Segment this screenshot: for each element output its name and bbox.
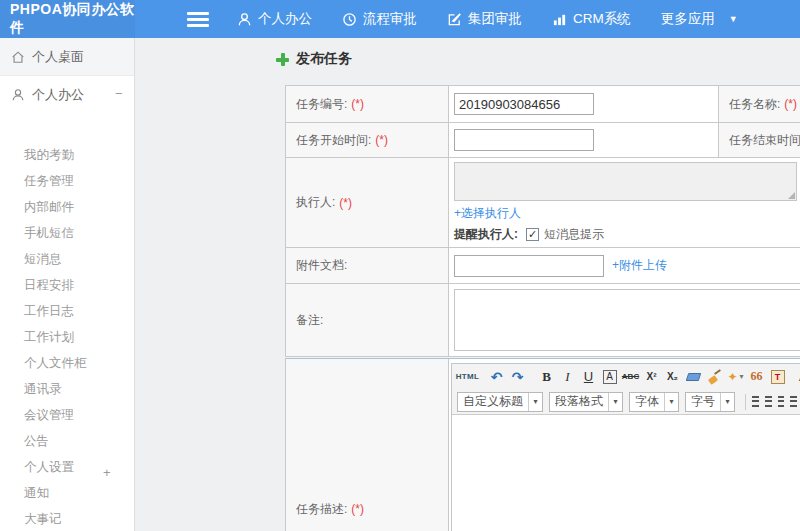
sidebar-item-personal-office[interactable]: 个人办公 − <box>0 76 134 114</box>
magic-wand-icon[interactable]: ✦▾ <box>726 367 745 387</box>
nav-personal-office[interactable]: 个人办公 <box>237 10 312 28</box>
sidebar-item-work-plan[interactable]: 工作计划 <box>0 324 134 350</box>
collapse-minus-icon[interactable]: − <box>115 86 123 101</box>
sidebar-item-mobile-sms[interactable]: 手机短信 <box>0 220 134 246</box>
executor-label: 执行人:(*) <box>286 158 449 248</box>
align-left-icon[interactable] <box>752 396 759 407</box>
description-label-cell: 任务描述:(*) <box>286 359 449 531</box>
italic-button[interactable]: I <box>558 367 577 387</box>
caret-down-icon: ▾ <box>608 393 622 411</box>
resize-handle[interactable] <box>788 192 795 199</box>
required-mark: (*) <box>351 97 364 111</box>
editor-content-area[interactable] <box>452 414 800 531</box>
sidebar-item-notice[interactable]: 通知 <box>0 480 134 506</box>
attachment-upload-link[interactable]: +附件上传 <box>612 257 667 274</box>
nav-label: CRM系统 <box>573 10 631 28</box>
caret-down-icon: ▼ <box>729 14 738 24</box>
undo-icon[interactable]: ↶ <box>487 367 506 387</box>
nav-crm-system[interactable]: CRM系统 <box>552 10 631 28</box>
sidebar-item-task-management[interactable]: 任务管理 <box>0 168 134 194</box>
custom-title-dropdown[interactable]: 自定义标题▾ <box>457 392 543 412</box>
rich-text-editor: HTML ↶ ↷ B I U A ABC X² X₂ ✦▾ 66 T <box>451 363 800 531</box>
remark-label: 备注: <box>286 284 449 357</box>
sidebar-item-schedule[interactable]: 日程安排 <box>0 272 134 298</box>
font-family-dropdown[interactable]: 字体▾ <box>629 392 679 412</box>
remark-textarea[interactable] <box>454 289 800 351</box>
redo-icon[interactable]: ↷ <box>508 367 527 387</box>
description-label: 任务描述:(*) <box>296 501 364 518</box>
sidebar-item-meeting-management[interactable]: 会议管理 <box>0 402 134 428</box>
sidebar: 个人桌面 个人办公 − 我的考勤 任务管理 内部邮件 手机短信 短消息 日程安排… <box>0 38 135 531</box>
top-navigation: 个人办公 流程审批 集团审批 CRM系统 更多应用 ▼ <box>237 10 768 28</box>
sidebar-item-internal-mail[interactable]: 内部邮件 <box>0 194 134 220</box>
align-right-icon[interactable] <box>778 396 785 407</box>
task-no-label: 任务编号:(*) <box>286 86 449 123</box>
eraser-icon[interactable] <box>686 373 702 381</box>
task-no-input[interactable] <box>454 93 594 115</box>
underline-button[interactable]: U <box>579 367 598 387</box>
remind-row: 提醒执行人: ✓ 短消息提示 <box>454 226 604 243</box>
nav-label: 集团审批 <box>468 10 522 28</box>
caret-down-icon: ▾ <box>740 372 744 381</box>
required-mark: (*) <box>351 502 364 516</box>
sidebar-item-work-log[interactable]: 工作日志 <box>0 298 134 324</box>
required-mark: (*) <box>339 196 352 210</box>
user-icon <box>237 12 252 27</box>
page-title: 发布任务 <box>296 50 352 68</box>
start-time-input[interactable] <box>454 129 594 151</box>
sidebar-item-personal-settings[interactable]: 个人设置+ <box>0 454 134 480</box>
nav-more-apps[interactable]: 更多应用 ▼ <box>661 10 738 28</box>
nav-workflow-approval[interactable]: 流程审批 <box>342 10 417 28</box>
format-brush-icon[interactable] <box>708 370 722 384</box>
executor-textarea[interactable] <box>454 162 797 201</box>
hamburger-menu-icon[interactable] <box>187 12 209 27</box>
sidebar-item-big-events[interactable]: 大事记 <box>0 506 134 531</box>
align-center-icon[interactable] <box>765 396 772 407</box>
bar-chart-icon <box>552 12 567 27</box>
strikethrough-button[interactable]: ABC <box>621 367 640 387</box>
sidebar-item-personal-desktop[interactable]: 个人桌面 <box>0 38 134 76</box>
paragraph-format-dropdown[interactable]: 段落格式▾ <box>549 392 623 412</box>
task-name-label: 任务名称:(*) <box>719 86 800 123</box>
choose-executor-link[interactable]: +选择执行人 <box>454 205 521 222</box>
add-task-icon <box>276 53 289 66</box>
caret-down-icon: ▾ <box>528 393 542 411</box>
sidebar-item-file-cabinet[interactable]: 个人文件柜 <box>0 350 134 376</box>
blockquote-button[interactable]: 66 <box>747 367 766 387</box>
align-justify-icon[interactable] <box>790 396 797 407</box>
sidebar-submenu: 我的考勤 任务管理 内部邮件 手机短信 短消息 日程安排 工作日志 工作计划 个… <box>0 142 134 531</box>
sidebar-item-announcement[interactable]: 公告 <box>0 428 134 454</box>
html-source-button[interactable]: HTML <box>458 367 477 387</box>
bold-button[interactable]: B <box>537 367 556 387</box>
page-title-row: 发布任务 <box>276 50 352 68</box>
paste-text-icon[interactable]: T <box>771 370 785 384</box>
font-size-dropdown[interactable]: 字号▾ <box>685 392 735 412</box>
start-time-cell <box>449 123 719 158</box>
editor-toolbar-row2: 自定义标题▾ 段落格式▾ 字体▾ 字号▾ <box>452 389 800 414</box>
task-form-table: 任务编号:(*) 任务名称:(*) 任务开始时间:(*) 任务结束时间:(*) … <box>285 85 800 357</box>
sidebar-item-contacts[interactable]: 通讯录 <box>0 376 134 402</box>
user-icon <box>11 88 25 102</box>
end-time-label: 任务结束时间:(*) <box>719 123 800 158</box>
editor-toolbar-row1: HTML ↶ ↷ B I U A ABC X² X₂ ✦▾ 66 T <box>452 364 800 389</box>
attachment-label: 附件文档: <box>286 248 449 284</box>
caret-down-icon: ▾ <box>664 393 678 411</box>
sidebar-item-short-message[interactable]: 短消息 <box>0 246 134 272</box>
font-style-box-button[interactable]: A <box>603 370 617 384</box>
main-content: 发布任务 任务编号:(*) 任务名称:(*) 任务开始时间:(*) 任务结束时间… <box>136 38 800 531</box>
app-logo: PHPOA协同办公软件 <box>0 0 135 38</box>
sms-remind-checkbox[interactable]: ✓ <box>526 228 539 241</box>
home-icon <box>11 50 25 64</box>
superscript-button[interactable]: X² <box>642 367 661 387</box>
attachment-cell: +附件上传 <box>449 248 800 284</box>
required-mark: (*) <box>784 97 797 111</box>
sidebar-item-my-attendance[interactable]: 我的考勤 <box>0 142 134 168</box>
remark-cell <box>449 284 800 357</box>
nav-group-approval[interactable]: 集团审批 <box>447 10 522 28</box>
caret-down-icon: ▾ <box>720 393 734 411</box>
attachment-input[interactable] <box>454 255 604 277</box>
edit-icon <box>447 12 462 27</box>
subscript-button[interactable]: X₂ <box>663 367 682 387</box>
nav-label: 更多应用 <box>661 10 715 28</box>
clock-icon <box>342 12 357 27</box>
